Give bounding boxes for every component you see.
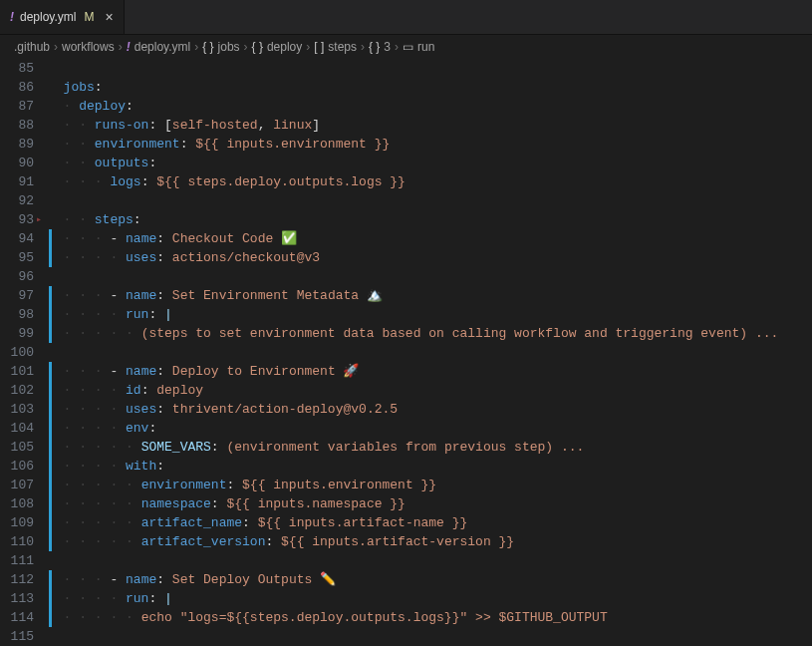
- line-number: 111: [0, 551, 48, 570]
- code-content[interactable]: [48, 59, 812, 78]
- line-number: 88: [0, 116, 48, 135]
- breadcrumb[interactable]: .github›workflows›!deploy.yml›{ }jobs›{ …: [0, 35, 812, 59]
- code-content[interactable]: · · · - name: Deploy to Environment 🚀: [48, 362, 812, 381]
- code-content[interactable]: · · · · · (steps to set environment data…: [48, 324, 812, 343]
- line-number: 108: [0, 494, 48, 513]
- line-number: 87: [0, 97, 48, 116]
- line-number: 92: [0, 191, 48, 210]
- code-content[interactable]: · · · · · environment: ${{ inputs.enviro…: [48, 476, 812, 494]
- line-number: 100: [0, 343, 48, 362]
- code-content[interactable]: · · · · · echo "logs=${{steps.deploy.out…: [48, 608, 812, 627]
- code-line[interactable]: 115: [0, 627, 812, 646]
- code-content[interactable]: jobs:: [48, 78, 812, 97]
- code-content[interactable]: · · · · · namespace: ${{ inputs.namespac…: [48, 494, 812, 513]
- code-line[interactable]: 101 · · · - name: Deploy to Environment …: [0, 362, 812, 381]
- line-number: 115: [0, 627, 48, 646]
- code-content[interactable]: · · · · uses: thrivent/action-deploy@v0.…: [48, 400, 812, 419]
- breadcrumb-item[interactable]: workflows: [62, 40, 115, 54]
- code-line[interactable]: 98 · · · · run: |: [0, 305, 812, 324]
- line-number: 105: [0, 438, 48, 457]
- breadcrumb-label: workflows: [62, 40, 115, 54]
- code-line[interactable]: 92: [0, 191, 812, 210]
- code-content[interactable]: · · · · · SOME_VARS: (environment variab…: [48, 438, 812, 457]
- breadcrumb-label: deploy: [267, 40, 302, 54]
- modified-gutter-indicator: [49, 400, 52, 419]
- code-content[interactable]: · · · logs: ${{ steps.deploy.outputs.log…: [48, 172, 812, 191]
- line-number: 106: [0, 457, 48, 476]
- modified-gutter-indicator: [49, 494, 52, 513]
- code-line[interactable]: 107 · · · · · environment: ${{ inputs.en…: [0, 476, 812, 494]
- code-line[interactable]: 100: [0, 343, 812, 362]
- brace-icon: { }: [202, 40, 213, 54]
- breadcrumb-item[interactable]: { }jobs: [202, 40, 239, 54]
- code-content[interactable]: · · · - name: Checkout Code ✅: [48, 229, 812, 248]
- code-line[interactable]: 112 · · · - name: Set Deploy Outputs ✏️: [0, 570, 812, 589]
- code-line[interactable]: 110 · · · · · artifact_version: ${{ inpu…: [0, 532, 812, 551]
- breadcrumb-item[interactable]: { }deploy: [252, 40, 303, 54]
- breadcrumb-item[interactable]: .github: [14, 40, 50, 54]
- code-line[interactable]: 104 · · · · env:: [0, 419, 812, 438]
- close-icon[interactable]: ×: [105, 10, 113, 24]
- code-line[interactable]: 99 · · · · · (steps to set environment d…: [0, 324, 812, 343]
- code-line[interactable]: 87 · deploy:: [0, 97, 812, 116]
- code-content[interactable]: · · · · uses: actions/checkout@v3: [48, 248, 812, 267]
- code-line[interactable]: 93▸ · · steps:: [0, 210, 812, 229]
- breadcrumb-item[interactable]: !deploy.yml: [127, 40, 190, 54]
- code-line[interactable]: 91 · · · logs: ${{ steps.deploy.outputs.…: [0, 172, 812, 191]
- code-content[interactable]: · · · - name: Set Deploy Outputs ✏️: [48, 570, 812, 589]
- code-content[interactable]: · · · · · artifact_version: ${{ inputs.a…: [48, 532, 812, 551]
- tab-deploy-yml[interactable]: ! deploy.yml M ×: [0, 0, 125, 34]
- line-number: 114: [0, 608, 48, 627]
- code-content[interactable]: · · · - name: Set Environment Metadata 🏔…: [48, 286, 812, 305]
- modified-gutter-indicator: [49, 589, 52, 608]
- line-number: 109: [0, 513, 48, 532]
- fold-caret-icon[interactable]: ▸: [33, 210, 45, 229]
- code-line[interactable]: 89 · · environment: ${{ inputs.environme…: [0, 135, 812, 154]
- code-line[interactable]: 105 · · · · · SOME_VARS: (environment va…: [0, 438, 812, 457]
- line-number: 98: [0, 305, 48, 324]
- code-line[interactable]: 113 · · · · run: |: [0, 589, 812, 608]
- code-line[interactable]: 106 · · · · with:: [0, 457, 812, 476]
- line-number: 104: [0, 419, 48, 438]
- code-line[interactable]: 94 · · · - name: Checkout Code ✅: [0, 229, 812, 248]
- code-editor[interactable]: 85 86 jobs:87 · deploy:88 · · runs-on: […: [0, 59, 812, 646]
- code-line[interactable]: 114 · · · · · echo "logs=${{steps.deploy…: [0, 608, 812, 627]
- code-content[interactable]: · · · · run: |: [48, 305, 812, 324]
- code-content[interactable]: · · · · id: deploy: [48, 381, 812, 400]
- code-line[interactable]: 109 · · · · · artifact_name: ${{ inputs.…: [0, 513, 812, 532]
- breadcrumb-item[interactable]: [ ]steps: [314, 40, 357, 54]
- code-content[interactable]: · · environment: ${{ inputs.environment …: [48, 135, 812, 154]
- code-content[interactable]: · · steps:: [48, 210, 812, 229]
- breadcrumb-label: steps: [328, 40, 357, 54]
- code-content[interactable]: · · · · run: |: [48, 589, 812, 608]
- code-line[interactable]: 97 · · · - name: Set Environment Metadat…: [0, 286, 812, 305]
- code-line[interactable]: 88 · · runs-on: [self-hosted, linux]: [0, 116, 812, 135]
- modified-gutter-indicator: [49, 419, 52, 438]
- code-content[interactable]: · · · · env:: [48, 419, 812, 438]
- code-line[interactable]: 102 · · · · id: deploy: [0, 381, 812, 400]
- code-content[interactable]: · · runs-on: [self-hosted, linux]: [48, 116, 812, 135]
- code-line[interactable]: 95 · · · · uses: actions/checkout@v3: [0, 248, 812, 267]
- code-line[interactable]: 96: [0, 267, 812, 286]
- modified-gutter-indicator: [49, 381, 52, 400]
- brace-icon: { }: [252, 40, 263, 54]
- code-line[interactable]: 111: [0, 551, 812, 570]
- yaml-file-icon: !: [10, 10, 14, 24]
- code-content[interactable]: · deploy:: [48, 97, 812, 116]
- line-number: 85: [0, 59, 48, 78]
- breadcrumb-item[interactable]: ▭run: [403, 40, 434, 54]
- code-line[interactable]: 86 jobs:: [0, 78, 812, 97]
- code-line[interactable]: 103 · · · · uses: thrivent/action-deploy…: [0, 400, 812, 419]
- line-number: 96: [0, 267, 48, 286]
- modified-gutter-indicator: [49, 476, 52, 494]
- code-line[interactable]: 90 · · outputs:: [0, 154, 812, 172]
- code-content[interactable]: · · · · with:: [48, 457, 812, 476]
- code-line[interactable]: 108 · · · · · namespace: ${{ inputs.name…: [0, 494, 812, 513]
- breadcrumb-separator: ›: [395, 40, 399, 54]
- code-line[interactable]: 85: [0, 59, 812, 78]
- breadcrumb-item[interactable]: { }3: [369, 40, 391, 54]
- code-content[interactable]: · · · · · artifact_name: ${{ inputs.arti…: [48, 513, 812, 532]
- code-content[interactable]: · · outputs:: [48, 154, 812, 172]
- line-number: 86: [0, 78, 48, 97]
- code-content[interactable]: [48, 627, 812, 646]
